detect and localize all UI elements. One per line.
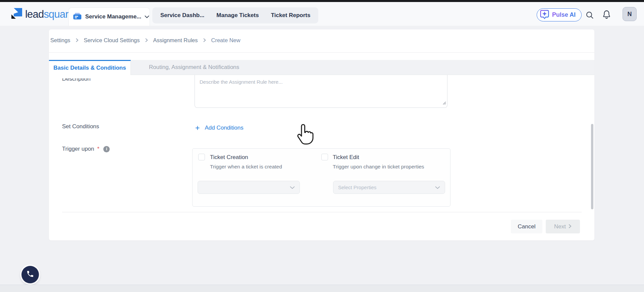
breadcrumb-create-new: Create New bbox=[211, 37, 240, 44]
app-switcher[interactable]: Service Manageme... bbox=[68, 7, 150, 26]
chevron-right-icon bbox=[569, 223, 572, 230]
description-field-wrap bbox=[195, 75, 447, 108]
next-button[interactable]: Next bbox=[546, 220, 580, 233]
nav-item-service-dashboard[interactable]: Service Dashb... bbox=[160, 12, 204, 19]
phone-icon bbox=[26, 270, 34, 279]
chevron-right-icon bbox=[145, 37, 148, 44]
pulse-ai-label: Pulse AI bbox=[552, 11, 576, 18]
ticket-creation-checkbox[interactable] bbox=[198, 154, 205, 160]
top-nav: Service Dashb... Manage Tickets Ticket R… bbox=[152, 7, 318, 23]
breadcrumb-service-cloud-settings[interactable]: Service Cloud Settings bbox=[84, 37, 140, 44]
chevron-down-icon bbox=[290, 185, 295, 191]
bell-icon bbox=[602, 10, 611, 21]
nav-item-manage-tickets[interactable]: Manage Tickets bbox=[216, 12, 259, 19]
description-label: Description bbox=[62, 78, 91, 83]
vertical-scrollbar-thumb[interactable] bbox=[591, 124, 593, 209]
breadcrumb-assignment-rules[interactable]: Assignment Rules bbox=[153, 37, 198, 44]
required-asterisk: * bbox=[97, 146, 100, 152]
nav-item-ticket-reports[interactable]: Ticket Reports bbox=[271, 12, 311, 19]
app-header: leadsquared Service Manageme... Service … bbox=[0, 2, 644, 26]
set-conditions-label: Set Conditions bbox=[62, 123, 99, 130]
breadcrumb-settings[interactable]: Settings bbox=[50, 37, 70, 44]
pulse-ai-button[interactable]: Pulse AI bbox=[537, 8, 582, 21]
phone-fab-button[interactable] bbox=[21, 266, 39, 283]
tab-basic-details-conditions[interactable]: Basic Details & Conditions bbox=[49, 60, 131, 75]
chevron-right-icon bbox=[203, 37, 206, 44]
info-icon[interactable]: i bbox=[103, 146, 110, 152]
select-properties-placeholder: Select Properties bbox=[338, 185, 435, 190]
plus-icon: + bbox=[195, 124, 200, 132]
form-tabs: Routing, Assignment & Notifications Basi… bbox=[49, 60, 594, 75]
user-avatar[interactable]: N bbox=[623, 7, 637, 21]
ticket-creation-title: Ticket Creation bbox=[210, 154, 248, 161]
avatar-initial: N bbox=[628, 11, 632, 18]
tabbar-background: Routing, Assignment & Notifications bbox=[131, 60, 594, 75]
next-button-label: Next bbox=[554, 223, 566, 230]
breadcrumb-divider bbox=[49, 52, 594, 53]
search-button[interactable] bbox=[584, 10, 595, 21]
resize-handle-icon[interactable] bbox=[442, 100, 446, 106]
breadcrumb: Settings Service Cloud Settings Assignme… bbox=[50, 36, 240, 44]
app-switcher-label: Service Manageme... bbox=[85, 13, 141, 20]
description-textarea[interactable] bbox=[195, 75, 447, 108]
ticket-edit-title: Ticket Edit bbox=[333, 154, 359, 161]
trigger-options-panel: Ticket Creation Trigger when a ticket is… bbox=[192, 148, 450, 207]
chevron-down-icon bbox=[435, 185, 440, 191]
ticket-creation-subtitle: Trigger when a ticket is created bbox=[210, 164, 282, 170]
content-card: Settings Service Cloud Settings Assignme… bbox=[49, 29, 594, 240]
page: leadsquared Service Manageme... Service … bbox=[0, 0, 644, 292]
select-properties-dropdown[interactable]: Select Properties bbox=[333, 181, 445, 194]
add-conditions-label: Add Conditions bbox=[205, 125, 243, 131]
trigger-upon-label: Trigger upon bbox=[62, 146, 94, 152]
tab-routing-assignment-notifications[interactable]: Routing, Assignment & Notifications bbox=[149, 60, 239, 75]
pulse-ai-icon bbox=[540, 10, 549, 20]
add-conditions-button[interactable]: + Add Conditions bbox=[195, 124, 244, 132]
trigger-upon-row: Trigger upon * i bbox=[62, 146, 110, 152]
ticket-edit-subtitle: Trigger upon change in ticket properties bbox=[333, 164, 424, 170]
notifications-button[interactable] bbox=[601, 10, 612, 20]
bottom-strip bbox=[0, 285, 644, 292]
leadsquared-logo-icon bbox=[11, 8, 22, 20]
ticket-edit-checkbox[interactable] bbox=[321, 154, 328, 160]
chevron-right-icon bbox=[76, 37, 78, 44]
cancel-button[interactable]: Cancel bbox=[511, 220, 542, 233]
search-icon bbox=[585, 11, 594, 21]
ticket-app-icon bbox=[73, 12, 82, 21]
ticket-creation-dropdown[interactable] bbox=[198, 181, 300, 194]
footer-divider bbox=[62, 212, 582, 212]
chevron-down-icon bbox=[145, 14, 149, 20]
